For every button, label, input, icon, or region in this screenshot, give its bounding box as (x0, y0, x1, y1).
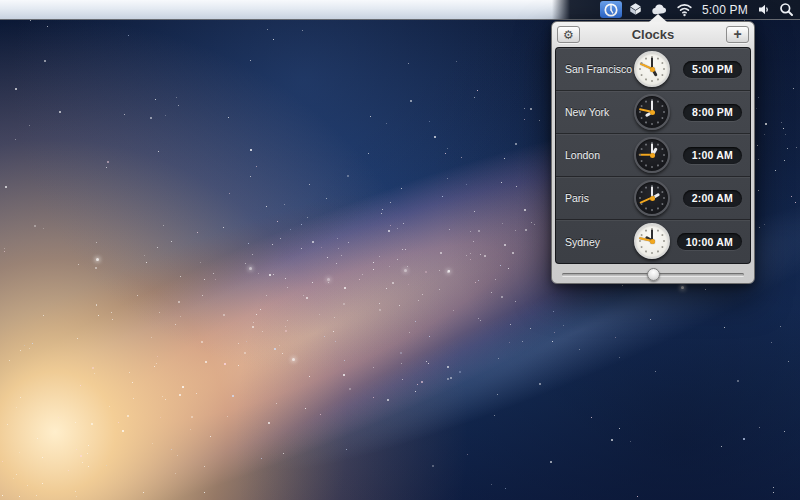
analog-clock (634, 51, 670, 87)
clock-tick (663, 111, 665, 113)
clock-tick (645, 207, 648, 210)
clock-tick (663, 240, 665, 242)
clock-hub (650, 153, 655, 158)
clock-tick (657, 78, 660, 81)
analog-clock (634, 94, 670, 130)
clock-tick (639, 68, 641, 70)
clock-tick (661, 117, 664, 120)
clock-tick (657, 57, 660, 60)
clock-row: London 1:00 AM (556, 134, 750, 177)
clock-tick (657, 121, 660, 124)
clock-tick (640, 117, 643, 120)
clock-tick (661, 62, 664, 65)
clock-hub (650, 239, 655, 244)
clock-tick (651, 80, 653, 82)
settings-button[interactable]: ⚙ (557, 26, 580, 43)
clock-tick (645, 186, 648, 189)
clock-tick (645, 229, 648, 232)
clocks-popover: ⚙ Clocks + San Francisco 5:00 PM New Yor… (551, 21, 755, 284)
clock-tick (663, 197, 665, 199)
clock-tick (661, 105, 664, 108)
time-pill: 1:00 AM (683, 147, 742, 164)
clock-tick (651, 142, 653, 144)
analog-clock (634, 137, 670, 173)
time-pill: 10:00 AM (677, 233, 742, 250)
clock-tick (645, 100, 648, 103)
clock-tick (651, 123, 653, 125)
clock-tick (645, 121, 648, 124)
wifi-icon (676, 2, 693, 17)
world-clock-list: San Francisco 5:00 PM New York 8:00 PM L… (555, 47, 751, 264)
clock-tick (661, 191, 664, 194)
clock-tick (640, 74, 643, 77)
clock-tick (651, 252, 653, 254)
clock-tick (661, 246, 664, 249)
clock-hub (650, 67, 655, 72)
clock-tick (640, 160, 643, 163)
city-label: London (565, 149, 600, 161)
clock-tick (639, 111, 641, 113)
clock-tick (651, 228, 653, 230)
clock-tick (663, 68, 665, 70)
city-label: Paris (565, 192, 589, 204)
clock-tick (645, 78, 648, 81)
clock-tick (640, 246, 643, 249)
menu-extras: 5:00 PM (600, 0, 800, 19)
clock-tick (657, 164, 660, 167)
time-scrubber-knob[interactable] (647, 268, 660, 281)
clock-tick (639, 154, 641, 156)
clock-tick (645, 57, 648, 60)
clock-tick (640, 203, 643, 206)
clocks-menu-extra[interactable] (600, 1, 622, 18)
popover-footer (552, 264, 754, 284)
clock-tick (657, 143, 660, 146)
city-label: New York (565, 106, 609, 118)
clock-tick (663, 154, 665, 156)
clock-row: San Francisco 5:00 PM (556, 48, 750, 91)
clock-tick (657, 186, 660, 189)
clock-row: Sydney 10:00 AM (556, 220, 750, 263)
clock-tick (640, 148, 643, 151)
clock-tick (661, 234, 664, 237)
clock-tick (651, 56, 653, 58)
menu-bar: 5:00 PM (0, 0, 800, 20)
clock-tick (639, 240, 641, 242)
clock-tick (640, 234, 643, 237)
dropbox-menu-extra[interactable] (626, 0, 645, 19)
spotlight-menu-extra[interactable] (777, 0, 796, 19)
clock-tick (639, 197, 641, 199)
clock-tick (651, 185, 653, 187)
clock-tick (661, 203, 664, 206)
wifi-menu-extra[interactable] (674, 0, 695, 19)
clock-icon (603, 2, 619, 18)
clock-tick (645, 164, 648, 167)
time-pill: 8:00 PM (683, 104, 742, 121)
popover-arrow (649, 14, 667, 22)
volume-menu-extra[interactable] (755, 0, 773, 19)
clock-tick (657, 229, 660, 232)
clock-tick (661, 74, 664, 77)
add-clock-button[interactable]: + (726, 26, 749, 43)
clock-row: New York 8:00 PM (556, 91, 750, 134)
city-label: Sydney (565, 236, 600, 248)
spotlight-search-icon (779, 2, 794, 17)
clock-tick (645, 143, 648, 146)
volume-icon (757, 2, 771, 17)
clock-hub (650, 196, 655, 201)
clock-tick (640, 105, 643, 108)
menu-bar-clock-item[interactable]: 5:00 PM (699, 0, 751, 19)
clock-row: Paris 2:00 AM (556, 177, 750, 220)
clock-tick (645, 250, 648, 253)
plus-icon: + (733, 27, 741, 41)
clock-tick (657, 250, 660, 253)
city-label: San Francisco (565, 63, 632, 75)
clock-tick (661, 148, 664, 151)
analog-clock (634, 180, 670, 216)
clock-tick (661, 160, 664, 163)
clock-tick (657, 207, 660, 210)
clock-tick (651, 99, 653, 101)
time-pill: 2:00 AM (683, 190, 742, 207)
analog-clock (634, 223, 670, 259)
dropbox-icon (628, 2, 643, 17)
clock-tick (651, 209, 653, 211)
